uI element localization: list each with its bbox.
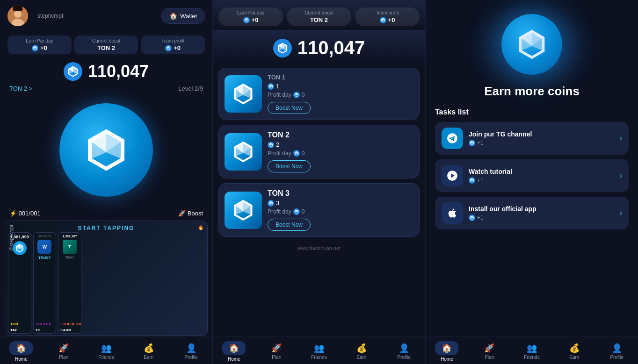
task-telegram[interactable]: Join pur TG channel +1 ›	[435, 122, 629, 155]
side-label: @stephcrypt	[9, 225, 14, 251]
task-ton-icon-3	[469, 214, 475, 221]
p2-nav-earn-label: Earn	[356, 355, 366, 360]
p2-boost-value: TON 2	[310, 16, 328, 23]
task-watch-name: Watch tutorial	[469, 168, 614, 175]
p3-nav-profile[interactable]: 👤 Profile	[595, 343, 638, 360]
p3-bottom-nav: 🏠 Home 🚀 Plan 👥 Friends 💰 Earn 👤 Profile	[426, 336, 638, 364]
phone-action-3: EARN	[58, 327, 81, 333]
p2-profile-icon: 👤	[399, 343, 409, 353]
p3-nav-earn[interactable]: 💰 Earn	[553, 343, 595, 360]
p2-nav-friends[interactable]: 👥 Friends	[298, 343, 341, 360]
p1-nav-plan-label: Plan	[59, 355, 68, 360]
p2-stat-earn: Earn Par day +0	[218, 7, 283, 26]
tap-coin[interactable]	[59, 103, 153, 197]
profit-ton-icon-1	[293, 92, 300, 98]
p1-nav-earn-label: Earn	[144, 355, 153, 360]
p1-nav-friends-label: Friends	[98, 355, 114, 360]
panel-3: Earn more coins Tasks list Join pur TG c…	[426, 0, 638, 364]
boost-card-info-2: TON 2 2 Profit day 0 Boost Now	[268, 131, 413, 172]
task-install-name: Install our official app	[469, 205, 614, 213]
p2-nav-home[interactable]: 🏠 Home	[213, 341, 255, 362]
task-ton-icon-1	[469, 140, 475, 146]
p2-earn-label: Earn Par day	[237, 10, 264, 15]
p1-bottom-nav: 🏠 Home 🚀 Plan 👥 Friends 💰 Earn 👤 Profile	[0, 336, 212, 364]
task-arrow-3: ›	[620, 209, 622, 217]
p3-nav-plan[interactable]: 🚀 Plan	[468, 343, 511, 360]
task-watch[interactable]: Watch tutorial +1 ›	[435, 159, 629, 192]
svg-point-6	[14, 10, 22, 18]
stat-current-boost: Current boost TON 2	[74, 36, 138, 54]
boost-card-profit-1: Profit day 0	[268, 92, 413, 98]
tasks-list-label: Tasks list	[435, 108, 469, 116]
p2-stat-boost: Current Boost TON 2	[287, 7, 351, 26]
current-boost-label: Current boost	[92, 38, 121, 43]
p2-nav-plan-label: Plan	[272, 355, 281, 360]
boost-card-3[interactable]: TON 3 3 Profit day 0 Boost Now	[218, 183, 420, 237]
earn-per-day-value: +0	[32, 44, 47, 51]
p2-stat-team: Team profit +0	[355, 7, 420, 26]
p3-nav-home[interactable]: 🏠 Home	[426, 341, 468, 362]
p3-coin-display	[501, 14, 562, 75]
p3-nav-friends[interactable]: 👥 Friends	[511, 343, 553, 360]
p2-nav-earn[interactable]: 💰 Earn	[340, 343, 383, 360]
boost-card-profit-2: Profit day 0	[268, 150, 413, 157]
level-ton-icon-3	[268, 200, 274, 207]
p2-nav-plan[interactable]: 🚀 Plan	[255, 343, 298, 360]
p3-nav-earn-label: Earn	[569, 355, 579, 360]
p2-earn-value: +0	[243, 16, 259, 23]
p1-nav-profile[interactable]: 👤 Profile	[170, 343, 212, 360]
boost-now-btn-1[interactable]: Boost Now	[268, 102, 311, 114]
panel-2: Earn Par day +0 Current Boost TON 2 Team…	[213, 0, 426, 364]
boost-now-btn-3[interactable]: Boost Now	[268, 219, 311, 231]
stat-earn-per-day: Earn Par day +0	[7, 36, 72, 54]
p1-balance: 110,047	[0, 58, 212, 83]
p2-nav-profile[interactable]: 👤 Profile	[383, 343, 425, 360]
friends-icon: 👥	[101, 343, 111, 353]
phone-chain-1: TON	[8, 321, 31, 327]
task-install[interactable]: Install our official app +1 ›	[435, 197, 629, 229]
p3-nav-plan-label: Plan	[485, 355, 494, 360]
stat-team-profit: Team profit +0	[141, 36, 205, 54]
p1-nav-home[interactable]: 🏠 Home	[0, 341, 43, 362]
boost-card-icon-2	[225, 133, 262, 171]
boost-card-icon-1	[225, 75, 262, 113]
level-link[interactable]: TON 2 >	[9, 85, 32, 92]
boost-now-btn-2[interactable]: Boost Now	[268, 160, 311, 172]
task-install-info: Install our official app +1	[469, 205, 614, 221]
p3-content: Earn more coins Tasks list Join pur TG c…	[426, 0, 638, 336]
banner-title: START TAPPING	[78, 225, 135, 231]
phone-action-2: TO	[34, 327, 56, 333]
current-boost-value: TON 2	[97, 44, 115, 51]
boost-card-level-2: 2	[268, 141, 413, 148]
p1-nav-earn[interactable]: 💰 Earn	[127, 343, 170, 360]
panel-1: stephcrypt 🏠 Wallet Earn Par day +0 Curr…	[0, 0, 213, 364]
ton-icon-2	[165, 45, 172, 51]
task-telegram-info: Join pur TG channel +1	[469, 130, 614, 146]
p2-ton-icon-2	[380, 17, 386, 23]
profit-ton-icon-3	[293, 208, 300, 215]
boost-card-1[interactable]: TON 1 1 Profit day 0 Boost Now	[218, 68, 420, 120]
plan-icon: 🚀	[58, 343, 69, 353]
boost-button[interactable]: 🚀 Boost	[178, 210, 203, 217]
earn-more-title: Earn more coins	[484, 84, 580, 99]
boost-card-2[interactable]: TON 2 2 Profit day 0 Boost Now	[218, 125, 420, 178]
home-active-bg: 🏠	[9, 341, 33, 355]
app-store-icon	[442, 202, 463, 224]
p2-bottom-nav: 🏠 Home 🚀 Plan 👥 Friends 💰 Earn 👤 Profile	[213, 336, 425, 364]
energy-icon: ⚡	[9, 210, 17, 217]
boost-cards-list: TON 1 1 Profit day 0 Boost Now	[213, 64, 425, 336]
p1-nav-plan[interactable]: 🚀 Plan	[43, 343, 85, 360]
phone-screen-3: 1,362,107 T Tasks	[58, 233, 81, 321]
p2-team-label: Team profit	[376, 10, 399, 15]
boost-card-level-3: 3	[268, 200, 413, 207]
p1-nav-home-label: Home	[15, 357, 28, 362]
p1-nav-friends[interactable]: 👥 Friends	[85, 343, 128, 360]
home-icon: 🏠	[16, 343, 26, 353]
task-watch-reward: +1	[469, 177, 614, 184]
team-profit-label: Team profit	[161, 38, 184, 43]
p1-stats: Earn Par day +0 Current boost TON 2 Team…	[0, 32, 212, 58]
wallet-button[interactable]: 🏠 Wallet	[161, 8, 205, 24]
p3-nav-profile-label: Profile	[610, 355, 623, 360]
p2-balance: 110,047	[213, 30, 425, 64]
task-telegram-reward: +1	[469, 140, 614, 146]
